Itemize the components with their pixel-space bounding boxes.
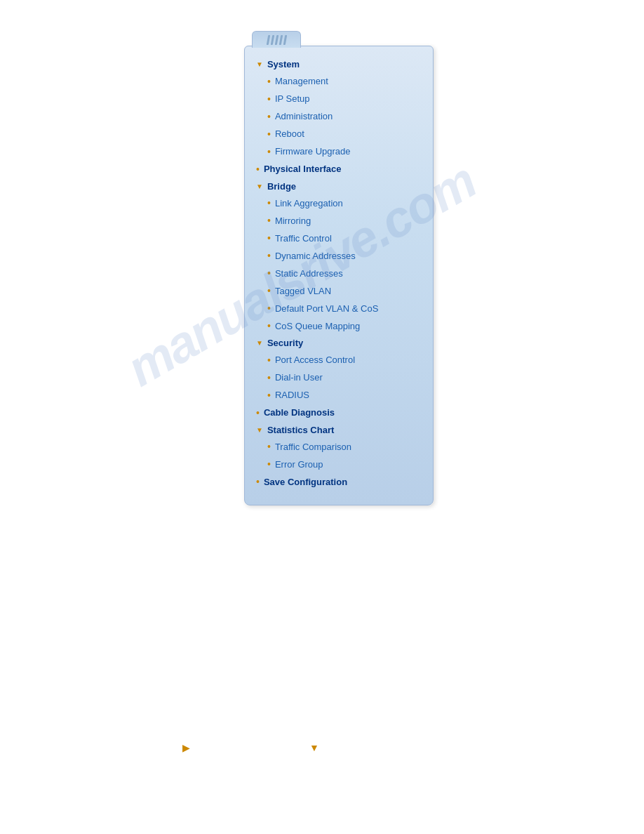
sidebar-item-label: Mirroring — [275, 214, 311, 228]
sidebar-group-label: Statistics Chart — [267, 423, 334, 437]
bullet-icon: • — [256, 162, 260, 177]
sidebar-item-save-configuration[interactable]: • Save Configuration — [256, 473, 426, 491]
sidebar-item-ip-setup[interactable]: • IP Setup — [267, 91, 426, 108]
sidebar-item-label: Administration — [275, 110, 333, 124]
bullet-icon: • — [267, 92, 271, 107]
sidebar-item-label: Error Group — [275, 458, 323, 472]
sidebar-item-static-addresses[interactable]: • Static Addresses — [267, 265, 426, 282]
next-arrow-icon[interactable]: ▼ — [309, 742, 319, 753]
sidebar-item-label: Link Aggregation — [275, 197, 343, 211]
sidebar-item-label: Port Access Control — [275, 353, 355, 367]
sidebar-item-statistics-chart[interactable]: ▼ Statistics Chart — [256, 422, 426, 439]
sidebar-item-label: Reboot — [275, 127, 304, 141]
sidebar-item-reboot[interactable]: • Reboot — [267, 126, 426, 143]
bullet-icon: • — [267, 301, 271, 316]
bullet-icon: • — [267, 127, 271, 142]
arrow-down-icon: ▼ — [256, 338, 263, 348]
sidebar-item-label: Default Port VLAN & CoS — [275, 302, 378, 316]
arrow-down-icon: ▼ — [256, 181, 263, 192]
bullet-icon: • — [267, 353, 271, 368]
sidebar-item-security[interactable]: ▼ Security — [256, 335, 426, 352]
sidebar-item-cos-queue-mapping[interactable]: • CoS Queue Mapping — [267, 317, 426, 335]
bullet-icon: • — [267, 457, 271, 472]
sidebar-item-error-group[interactable]: • Error Group — [267, 456, 426, 473]
sidebar-tab — [252, 31, 301, 48]
bullet-icon: • — [267, 371, 271, 385]
bullet-icon: • — [267, 145, 271, 159]
bullet-icon: • — [267, 249, 271, 263]
bullet-icon: • — [256, 475, 260, 489]
sidebar-item-label: Physical Interface — [264, 162, 342, 176]
bullet-icon: • — [267, 388, 271, 403]
bullet-icon: • — [267, 196, 271, 211]
sidebar-item-label: Save Configuration — [264, 475, 347, 489]
arrow-down-icon: ▼ — [256, 425, 263, 435]
sidebar-item-dial-in-user[interactable]: • Dial-in User — [267, 369, 426, 387]
sidebar-item-bridge[interactable]: ▼ Bridge — [256, 178, 426, 195]
sidebar-item-label: Traffic Control — [275, 232, 332, 246]
sidebar-item-label: Management — [275, 74, 328, 88]
sidebar-item-cable-diagnosis[interactable]: • Cable Diagnosis — [256, 404, 426, 422]
bullet-icon: • — [267, 266, 271, 281]
sidebar-group-label: System — [267, 58, 300, 72]
sidebar-item-link-aggregation[interactable]: • Link Aggregation — [267, 194, 426, 212]
bullet-icon: • — [267, 319, 271, 333]
bullet-icon: • — [267, 110, 271, 124]
sidebar-item-radius[interactable]: • RADIUS — [267, 387, 426, 404]
sidebar-item-label: Dial-in User — [275, 371, 323, 385]
sidebar-item-traffic-comparison[interactable]: • Traffic Comparison — [267, 438, 426, 456]
sidebar-item-tagged-vlan[interactable]: • Tagged VLAN — [267, 282, 426, 300]
bullet-icon: • — [267, 213, 271, 228]
sidebar-item-label: IP Setup — [275, 92, 310, 106]
sidebar-item-label: Traffic Comparison — [275, 440, 351, 454]
sidebar-group-label: Security — [267, 336, 303, 350]
bullet-icon: • — [267, 74, 271, 89]
bottom-navigation: ▶ ▼ — [182, 742, 319, 753]
sidebar-item-mirroring[interactable]: • Mirroring — [267, 212, 426, 230]
sidebar-item-physical-interface[interactable]: • Physical Interface — [256, 161, 426, 178]
sidebar-item-label: Cable Diagnosis — [264, 406, 335, 420]
sidebar-item-label: RADIUS — [275, 388, 309, 402]
sidebar-item-port-access-control[interactable]: • Port Access Control — [267, 352, 426, 369]
sidebar-item-label: Firmware Upgrade — [275, 145, 351, 159]
sidebar-item-dynamic-addresses[interactable]: • Dynamic Addresses — [267, 247, 426, 265]
sidebar-group-label: Bridge — [267, 180, 296, 194]
prev-arrow-icon[interactable]: ▶ — [182, 742, 190, 753]
sidebar-item-default-port-vlan[interactable]: • Default Port VLAN & CoS — [267, 300, 426, 317]
sidebar-item-administration[interactable]: • Administration — [267, 108, 426, 126]
sidebar-item-firmware-upgrade[interactable]: • Firmware Upgrade — [267, 143, 426, 161]
sidebar-item-traffic-control[interactable]: • Traffic Control — [267, 230, 426, 247]
bullet-icon: • — [256, 406, 260, 421]
sidebar-item-label: CoS Queue Mapping — [275, 319, 360, 333]
sidebar-item-label: Tagged VLAN — [275, 284, 331, 298]
sidebar-panel: ▼ System • Management • IP Setup • Admin… — [244, 46, 434, 505]
sidebar-item-system[interactable]: ▼ System — [256, 56, 426, 73]
sidebar-item-label: Dynamic Addresses — [275, 249, 356, 263]
arrow-down-icon: ▼ — [256, 59, 263, 70]
sidebar-item-label: Static Addresses — [275, 267, 343, 281]
sidebar-item-management[interactable]: • Management — [267, 73, 426, 91]
bullet-icon: • — [267, 231, 271, 246]
bullet-icon: • — [267, 284, 271, 298]
bullet-icon: • — [267, 439, 271, 454]
